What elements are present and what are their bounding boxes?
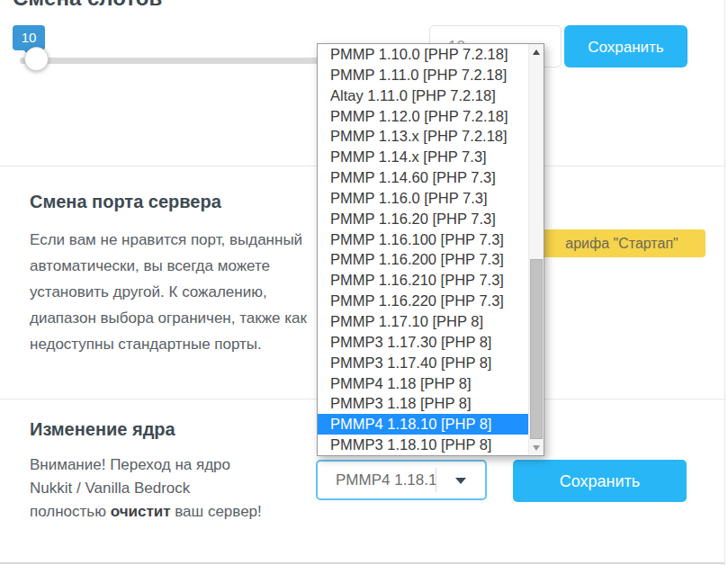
dropdown-option[interactable]: PMMP3 1.18.10 [PHP 8] — [318, 435, 528, 455]
dropdown-scrollbar[interactable] — [528, 44, 544, 455]
core-section-warning: Внимание! Переход на ядро Nukkit / Vanil… — [30, 453, 262, 524]
dropdown-option[interactable]: PMMP 1.16.0 [PHP 7.3] — [318, 188, 528, 209]
dropdown-option[interactable]: PMMP 1.16.210 [PHP 7.3] — [318, 270, 528, 291]
scroll-up-button[interactable] — [529, 45, 544, 59]
core-select-value: PMMP4 1.18.1 — [336, 462, 436, 498]
dropdown-option[interactable]: PMMP 1.16.20 [PHP 7.3] — [318, 209, 528, 229]
port-section-description: Если вам не нравится порт, выданныйавтом… — [30, 227, 307, 357]
description-line: недоступны стандартные порты. — [30, 331, 307, 357]
chevron-down-icon[interactable] — [455, 478, 466, 484]
dropdown-option[interactable]: PMMP 1.11.0 [PHP 7.2.18] — [318, 65, 528, 85]
description-line: установить другой. К сожалению, — [30, 279, 307, 305]
scrollbar-thumb[interactable] — [530, 259, 543, 439]
dropdown-option[interactable]: PMMP3 1.18 [PHP 8] — [318, 393, 528, 414]
dropdown-options: PMMP 1.10.0 [PHP 7.2.18]PMMP 1.11.0 [PHP… — [318, 44, 528, 455]
dropdown-option[interactable]: PMMP 1.14.60 [PHP 7.3] — [318, 167, 528, 188]
warning-line: Внимание! Переход на ядро — [30, 453, 262, 477]
dropdown-option[interactable]: Altay 1.11.0 [PHP 7.2.18] — [318, 85, 528, 106]
core-section-title: Изменение ядра — [30, 419, 175, 440]
slots-slider-handle[interactable] — [24, 47, 49, 71]
dropdown-option[interactable]: PMMP3 1.17.30 [PHP 8] — [318, 332, 528, 353]
core-dropdown-list: PMMP 1.10.0 [PHP 7.2.18]PMMP 1.11.0 [PHP… — [317, 43, 544, 456]
scroll-down-icon — [533, 445, 540, 451]
description-line: Если вам не нравится порт, выданный — [30, 227, 307, 253]
dropdown-option[interactable]: PMMP 1.17.10 [PHP 8] — [318, 311, 528, 332]
core-select[interactable]: PMMP4 1.18.1 — [316, 460, 487, 500]
slots-section-title: Смена слотов — [13, 0, 162, 11]
slots-save-button[interactable]: Сохранить — [564, 25, 688, 67]
bottom-divider — [0, 562, 725, 564]
dropdown-option[interactable]: PMMP4 1.18 [PHP 8] — [318, 373, 528, 394]
tariff-badge: арифа "Стартап" — [538, 229, 706, 257]
scroll-up-icon — [533, 49, 540, 55]
dropdown-option[interactable]: PMMP 1.16.200 [PHP 7.3] — [318, 249, 528, 270]
dropdown-option[interactable]: PMMP 1.13.x [PHP 7.2.18] — [318, 126, 528, 147]
dropdown-option[interactable]: PMMP 1.14.x [PHP 7.3] — [318, 147, 528, 167]
dropdown-option[interactable]: PMMP4 1.18.10 [PHP 8] — [318, 414, 528, 435]
dropdown-option[interactable]: PMMP 1.16.220 [PHP 7.3] — [318, 291, 528, 311]
server-settings-page: Смена слотов 10 Сохранить Смена порта се… — [0, 0, 728, 565]
port-section-title: Смена порта сервера — [30, 192, 221, 212]
description-line: диапазон выбора ограничен, также как — [30, 305, 307, 331]
warning-line: Nukkit / Vanilla Bedrock — [30, 477, 262, 500]
scroll-down-button[interactable] — [529, 440, 544, 454]
dropdown-option[interactable]: PMMP3 1.17.40 [PHP 8] — [318, 353, 528, 373]
dropdown-option[interactable]: PMMP 1.16.100 [PHP 7.3] — [318, 229, 528, 250]
dropdown-option[interactable]: PMMP 1.12.0 [PHP 7.2.18] — [318, 106, 528, 127]
card-right-border — [724, 0, 725, 565]
dropdown-option[interactable]: PMMP 1.10.0 [PHP 7.2.18] — [318, 44, 528, 65]
core-save-button[interactable]: Сохранить — [513, 460, 687, 502]
warning-line: полностью очистит ваш сервер! — [30, 500, 262, 524]
select-divider — [436, 468, 436, 492]
description-line: автоматически, вы всегда можете — [30, 253, 307, 279]
